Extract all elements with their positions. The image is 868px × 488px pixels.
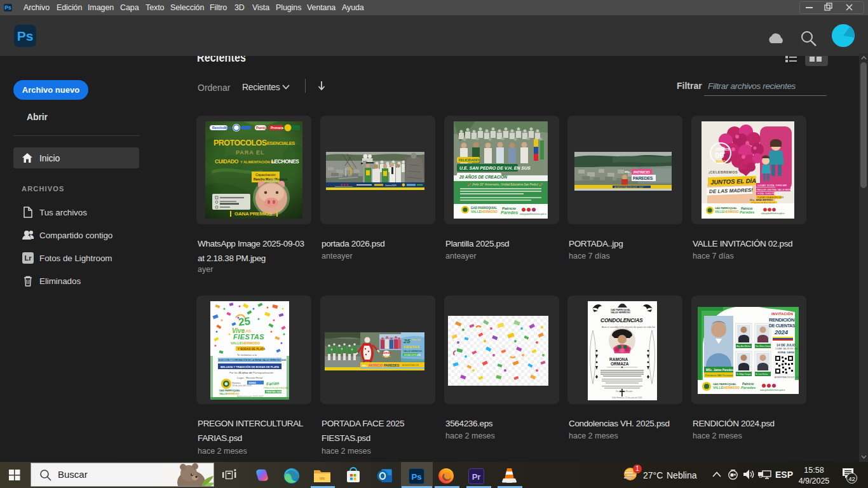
svg-text:25: 25 [403, 337, 410, 344]
svg-text:Farias: Farias [266, 381, 280, 386]
svg-text:Somos: Somos [382, 351, 392, 355]
svg-text:ESENCIALES: ESENCIALES [267, 140, 295, 146]
svg-text:HORA: 15H00 PM: HORA: 15H00 PM [757, 193, 775, 195]
svg-text:PATRICIO: PATRICIO [634, 170, 650, 174]
svg-text:PARQUE CENTRAL VALLE HERMOSO: PARQUE CENTRAL VALLE HERMOSO [757, 189, 794, 191]
svg-text:Lugar : Recinto Ferial: Lugar : Recinto Ferial [237, 376, 262, 379]
svg-text:Paredes: Paredes [501, 210, 518, 215]
svg-text:Puntij: Puntij [256, 126, 266, 130]
svg-text:PATRICIO: PATRICIO [369, 364, 383, 367]
svg-text:Paredes: Paredes [740, 210, 755, 214]
svg-text:ADMINISTRACIÓN: ADMINISTRACIÓN [402, 363, 419, 367]
svg-text:INVITACIÓN: INVITACIÓN [771, 311, 793, 316]
svg-text:Sra. Maira Zamora: Sra. Maira Zamora [756, 345, 771, 348]
svg-text:09: 09 [715, 151, 724, 160]
svg-text:Valle Hermoso, 25 de junio de: Valle Hermoso, 25 de junio de 2025 [612, 396, 642, 399]
svg-text:www.gadvallehermoso.gob.ec: www.gadvallehermoso.gob.ec [760, 389, 785, 391]
svg-text:RENDICIÓN: RENDICIÓN [769, 317, 795, 323]
svg-text:PARA EL: PARA EL [236, 149, 265, 156]
svg-text:FIESTAS: FIESTAS [403, 345, 419, 349]
svg-text:Calceta: Calceta [382, 355, 391, 358]
svg-text:Abg. Ana Merino: Abg. Ana Merino [736, 345, 751, 348]
svg-text:LUGAR: SALÓN DEL GAD PARROQUIA: LUGAR: SALÓN DEL GAD PARROQUIAL [775, 347, 799, 350]
svg-text:VALLEHERMOSO: VALLEHERMOSO [231, 341, 261, 345]
svg-text:Vive las: Vive las [412, 339, 421, 341]
svg-text:Presidente GAD Parroquial: Presidente GAD Parroquial [705, 374, 733, 377]
svg-text:CUIDADO: CUIDADO [215, 158, 239, 165]
svg-text:ADMINISTRACIÓN 2023 - 2027: ADMINISTRACIÓN 2023 - 2027 [775, 376, 799, 379]
svg-text:FELICIDADES: FELICIDADES [459, 158, 480, 162]
svg-text:PAREDES: PAREDES [384, 363, 400, 367]
svg-text:RAMONA: RAMONA [609, 357, 628, 362]
svg-text:PAREDES: PAREDES [633, 176, 653, 180]
svg-text:MSc.: MSc. [362, 365, 367, 367]
svg-text:LUGAR: HORA: 10H00 AM: LUGAR: HORA: 10H00 AM [757, 184, 787, 187]
svg-text:DE CUENTAS: DE CUENTAS [769, 323, 796, 328]
svg-text:🎉 ¡Feliz 20° Aniversario, Uni: 🎉 ¡Feliz 20° Aniversario, Unidad Educati… [468, 182, 543, 187]
svg-text:2024: 2024 [774, 329, 789, 336]
svg-text:BELLEZA Y TRADICIÓN DE BODAS D: BELLEZA Y TRADICIÓN DE BODAS DE PLATA [220, 365, 279, 369]
svg-text:GANA PREMIOS: GANA PREMIOS [234, 211, 273, 217]
svg-text:VALLE HERMOSO: VALLE HERMOSO [403, 350, 423, 353]
svg-text:VALLEHERMOSO: VALLEHERMOSO [471, 210, 498, 214]
svg-text:Te invitamos a la: Te invitamos a la [237, 353, 257, 356]
svg-text:www.gadvallehermoso.gob.ec: www.gadvallehermoso.gob.ec [520, 213, 547, 215]
svg-text:Pronaca: Pronaca [271, 126, 283, 130]
svg-text:VALLEHERMOSO: VALLEHERMOSO [715, 210, 739, 214]
svg-text:VALLE HERMOSO: VALLE HERMOSO [611, 311, 630, 314]
svg-text:Y ALIMENTACIÓN DE: Y ALIMENTACIÓN DE [240, 159, 276, 164]
svg-text:BODAS DE PLATA: BODAS DE PLATA [404, 354, 420, 356]
svg-text:MSc.: MSc. [625, 170, 630, 173]
svg-text:Capacitación: Capacitación [255, 173, 276, 177]
svg-text:ELECCIÓN Y CORONACIÓN DE LA RE: ELECCIÓN Y CORONACIÓN DE LA REINA VALLE … [219, 358, 286, 362]
svg-text:18 de julio del 2025: 18 de julio del 2025 [232, 384, 252, 387]
svg-text:GAD PARROQUIAL: GAD PARROQUIAL [219, 390, 241, 392]
svg-text:HORA: 14H30: HORA: 14H30 [778, 351, 795, 354]
svg-text:U.E. SAN PEDRO DE V.H. EN SUS: U.E. SAN PEDRO DE V.H. EN SUS [459, 166, 531, 170]
svg-text:20H00: 20H00 [248, 381, 257, 384]
svg-text:ORMAZA: ORMAZA [611, 362, 629, 366]
svg-text:Sr. Luis Farías: Sr. Luis Farías [756, 373, 768, 376]
svg-text:Ante el sensible fallecimiento: Ante el sensible fallecimiento de quien … [602, 326, 655, 329]
svg-text:FIESTAS 2025: FIESTAS 2025 [266, 391, 281, 393]
svg-text:Abg. ANA MERINO: Abg. ANA MERINO [750, 198, 773, 201]
svg-text:MSc. Jaime Paredes: MSc. Jaime Paredes [706, 369, 734, 372]
svg-text:VALLEHERMOSO: VALLEHERMOSO [713, 386, 740, 390]
svg-text:VALLEHERMOSO: VALLEHERMOSO [219, 393, 240, 395]
svg-text:Sr. Edgar Vargas: Sr. Edgar Vargas [736, 373, 751, 376]
svg-text:Paredes: Paredes [741, 386, 756, 390]
svg-text:20 AÑOS DE CREACIÓN: 20 AÑOS DE CREACIÓN [459, 174, 507, 179]
svg-text:Por los 25 años de Parroquiali: Por los 25 años de Parroquialización [229, 371, 274, 374]
svg-text:Juntos2026: Juntos2026 [384, 184, 397, 187]
svg-text:GAD PARROQUIAL: GAD PARROQUIAL [715, 207, 737, 210]
svg-text:ADMINISTRACIÓN 2023 - 2027: ADMINISTRACIÓN 2023 - 2027 [614, 186, 644, 189]
svg-text:PREGÓN DE FIESTAS: PREGÓN DE FIESTAS [264, 386, 289, 390]
svg-text:¡CELEBREMOS: ¡CELEBREMOS [709, 170, 738, 174]
svg-text:RanchoMary: RanchoMary [212, 126, 231, 130]
svg-text:www.gadvallehermoso.gob.ec: www.gadvallehermoso.gob.ec [761, 212, 785, 215]
svg-text:14 DE JULIO: 14 DE JULIO [776, 343, 796, 347]
svg-text:FIESTAS: FIESTAS [233, 333, 264, 341]
svg-text:Y BODAS DE PLATA: Y BODAS DE PLATA [238, 348, 266, 351]
svg-text:LECHONES: LECHONES [271, 158, 299, 165]
svg-text:CONDOLENCIAS: CONDOLENCIAS [600, 317, 643, 323]
svg-text:MAYO: MAYO [716, 159, 726, 163]
svg-text:PROTOCOLOS: PROTOCOLOS [214, 139, 267, 147]
